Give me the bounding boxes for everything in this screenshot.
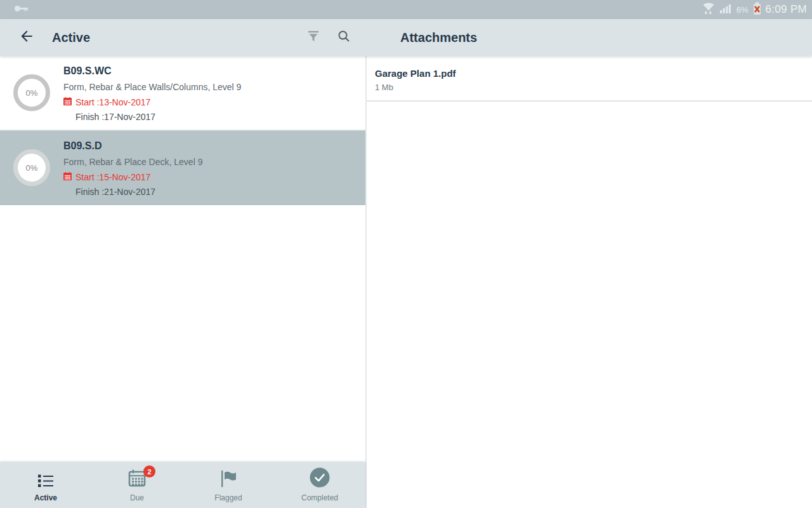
tab-due[interactable]: 2 Due: [91, 462, 183, 508]
tab-label: Due: [130, 493, 144, 502]
filter-icon: [305, 28, 322, 47]
app-bar-left: Active: [0, 19, 365, 56]
tab-flagged[interactable]: Flagged: [183, 462, 274, 508]
attachment-name: Garage Plan 1.pdf: [375, 67, 812, 80]
task-code: B09.S.D: [63, 138, 202, 154]
search-icon: [336, 29, 351, 46]
attachment-item[interactable]: Garage Plan 1.pdf 1 Mb: [367, 56, 812, 95]
list-icon: [37, 473, 55, 491]
bottom-nav: Active 2 Due: [0, 462, 365, 508]
back-button[interactable]: [13, 23, 41, 51]
filter-button[interactable]: [299, 23, 327, 51]
progress-ring: 0%: [0, 137, 63, 199]
tab-label: Completed: [301, 493, 338, 502]
tab-label: Flagged: [214, 493, 242, 502]
task-finish-label: Finish :17-Nov-2017: [63, 110, 241, 124]
task-description: Form, Rebar & Place Deck, Level 9: [63, 154, 202, 170]
page-title-attachments: Attachments: [400, 30, 477, 45]
app-bar-right: Attachments: [365, 19, 812, 56]
task-start-label: Start :13-Nov-2017: [75, 95, 150, 110]
calendar-red-icon: [63, 95, 72, 110]
attachments-panel: Garage Plan 1.pdf 1 Mb: [367, 56, 812, 508]
signal-strength-icon: [720, 4, 732, 16]
task-code: B09.S.WC: [63, 63, 241, 79]
app-bar: Active Attachments: [0, 19, 812, 56]
progress-value: 0%: [13, 74, 50, 111]
flag-icon: [218, 469, 239, 491]
battery-dead-icon: [753, 2, 761, 18]
attachment-size: 1 Mb: [375, 80, 812, 95]
status-bar: 6% 6:09 PM: [0, 0, 812, 19]
page-title-active: Active: [52, 30, 90, 45]
back-arrow-icon: [18, 28, 35, 47]
due-badge: 2: [143, 465, 155, 478]
tab-active[interactable]: Active: [0, 462, 91, 508]
task-row[interactable]: 0% B09.S.WC Form, Rebar & Place Walls/Co…: [0, 56, 365, 130]
battery-percent: 6%: [737, 5, 749, 15]
attachment-divider: [367, 100, 812, 102]
task-start-row: Start :13-Nov-2017: [63, 95, 241, 110]
task-description: Form, Rebar & Place Walls/Columns, Level…: [63, 79, 241, 95]
calendar-red-icon: [63, 170, 72, 185]
task-finish-label: Finish :21-Nov-2017: [63, 185, 202, 199]
tab-completed[interactable]: Completed: [274, 462, 365, 508]
key-icon: [14, 4, 29, 15]
tab-label: Active: [34, 493, 57, 502]
task-start-label: Start :15-Nov-2017: [75, 170, 150, 185]
check-circle-icon: [309, 467, 331, 491]
task-start-row: Start :15-Nov-2017: [63, 170, 202, 185]
task-row-selected[interactable]: 0% B09.S.D Form, Rebar & Place Deck, Lev…: [0, 130, 365, 205]
task-list-panel: 0% B09.S.WC Form, Rebar & Place Walls/Co…: [0, 56, 365, 462]
clock-time: 6:09 PM: [766, 3, 807, 16]
progress-value: 0%: [13, 149, 50, 186]
search-button[interactable]: [330, 23, 358, 51]
progress-ring: 0%: [0, 62, 63, 124]
wifi-icon: [702, 2, 716, 17]
